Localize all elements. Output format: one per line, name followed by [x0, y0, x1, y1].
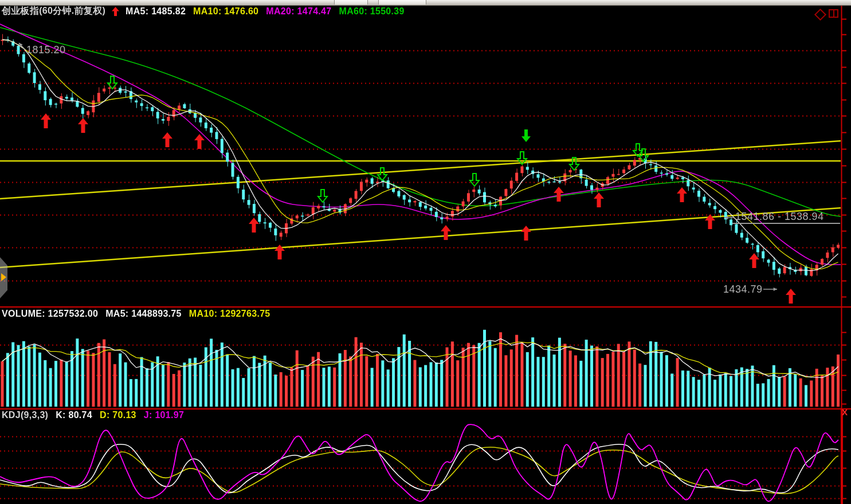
price-label-low: 1434.79: [723, 284, 763, 296]
kdj-name: KDJ(9,3,3): [2, 410, 48, 420]
volume-panel-header: VOLUME: 1257532.00 MA5: 1448893.75 MA10:…: [2, 309, 270, 319]
toolbar-button[interactable]: [378, 0, 426, 5]
ma20-value: MA20: 1474.47: [266, 6, 331, 17]
kdj-k-value: K: 80.74: [56, 410, 92, 420]
toolbar-button[interactable]: [334, 0, 368, 5]
volume-ma5-value: MA5: 1448893.75: [105, 309, 182, 319]
ma10-value: MA10: 1476.60: [193, 6, 258, 17]
price-label-high: 1815.20: [26, 44, 66, 56]
volume-ma10-value: MA10: 1292763.75: [189, 309, 270, 319]
kdj-j-value: J: 101.97: [144, 410, 184, 420]
instrument-title: 创业板指(60分钟.前复权): [2, 5, 105, 17]
kdj-d-value: D: 70.13: [100, 410, 136, 420]
pane-divider: [833, 10, 834, 17]
app-root: 创业板指(60分钟.前复权) MA5: 1485.82 MA10: 1476.6…: [0, 0, 851, 504]
price-label-range: 1541.86 - 1538.94: [735, 211, 824, 223]
close-pane-icon[interactable]: X: [842, 408, 848, 416]
volume-value: VOLUME: 1257532.00: [2, 309, 98, 319]
top-toolbar: [0, 0, 851, 6]
chart-canvas[interactable]: [0, 0, 851, 504]
expand-arrow-icon: [1, 273, 6, 281]
ma5-value: MA5: 1485.82: [126, 6, 186, 17]
up-arrow-icon: [112, 7, 119, 16]
split-panes-icon[interactable]: [829, 9, 838, 18]
main-chart-header: 创业板指(60分钟.前复权) MA5: 1485.82 MA10: 1476.6…: [2, 5, 405, 17]
kdj-panel-header: KDJ(9,3,3) K: 80.74 D: 70.13 J: 101.97: [2, 410, 184, 420]
ma60-value: MA60: 1550.39: [339, 6, 405, 17]
